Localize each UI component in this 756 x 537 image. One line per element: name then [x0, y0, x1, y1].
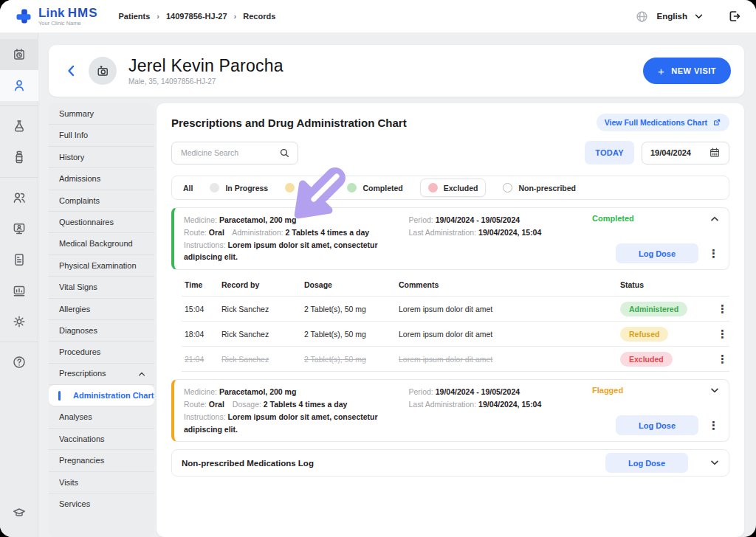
filter-completed[interactable]: Completed: [347, 183, 402, 193]
sidenav-item-medical-background[interactable]: Medical Background: [49, 233, 154, 254]
statistics-icon[interactable]: [0, 275, 38, 306]
sidenav-item-vaccinations[interactable]: Vaccinations: [49, 429, 154, 450]
sidenav-item-admissions[interactable]: Admissions: [49, 168, 154, 190]
non-prescribed-dot-icon: [503, 183, 512, 193]
sidenav-item-diagnoses[interactable]: Diagnoses: [49, 320, 154, 342]
log-dose-button[interactable]: Log Dose: [616, 243, 698, 263]
sidenav-item-prescriptions[interactable]: Prescriptions: [49, 364, 154, 385]
sidenav-item-questionnaires[interactable]: Questionnaires: [49, 212, 154, 233]
filter-in-progress-label: In Progress: [225, 184, 268, 193]
sidenav-item-summary[interactable]: Summary: [49, 103, 154, 125]
panel-title: Prescriptions and Drug Administration Ch…: [171, 117, 407, 129]
period-value: 19/04/2024 - 19/05/2024: [436, 387, 520, 396]
help-icon[interactable]: [0, 347, 38, 378]
sidenav-item-visits[interactable]: Visits: [49, 472, 154, 493]
sidenav-item-administration-chart[interactable]: Administration Chart: [49, 385, 154, 406]
filter-non-prescribed[interactable]: Non-prescribed: [503, 183, 576, 193]
chevron-down-icon[interactable]: [695, 14, 703, 19]
breadcrumb-patient-id[interactable]: 14097856-HJ-27: [166, 12, 227, 21]
staff-icon[interactable]: [0, 182, 38, 213]
settings-icon[interactable]: [0, 306, 38, 337]
log-dose-button[interactable]: Log Dose: [616, 415, 698, 435]
col-status: Status: [617, 273, 704, 297]
schedule-icon[interactable]: [0, 39, 38, 70]
medicine-label: Medicine:: [184, 215, 217, 224]
instructions-label: Instructions:: [184, 240, 226, 249]
medicine-value: Paracetamol, 200 mg: [219, 387, 296, 396]
record-sidenav: Summary Full Info History Admissions Com…: [49, 103, 154, 537]
filter-all[interactable]: All: [183, 184, 193, 193]
administration-value: 2 Tablets 4 times a day: [286, 228, 370, 237]
patient-avatar[interactable]: [89, 57, 117, 85]
patient-header-card: Jerel Kevin Parocha Male, 35, 14097856-H…: [49, 45, 744, 97]
flagged-dot-icon: [285, 183, 295, 193]
workstation-icon[interactable]: [0, 213, 38, 244]
chevron-down-icon: [710, 388, 719, 393]
status-badge: Flagged: [592, 386, 623, 395]
expand-section-button[interactable]: [710, 460, 719, 465]
cell-comments: Lorem ipsum dolor dit amet: [396, 322, 617, 347]
expand-card-button[interactable]: [710, 388, 719, 393]
education-icon[interactable]: [0, 497, 38, 528]
breadcrumb-patients[interactable]: Patients: [119, 12, 151, 21]
cell-dosage: 2 Tablet(s), 50 mg: [301, 297, 396, 322]
new-visit-button[interactable]: + NEW VISIT: [643, 58, 731, 84]
col-record-by: Record by: [219, 273, 301, 297]
search-icon: [279, 148, 290, 159]
sidenav-item-allergies[interactable]: Allergies: [49, 299, 154, 320]
pharmacy-icon[interactable]: [0, 142, 38, 173]
records-icon[interactable]: [0, 244, 38, 275]
sidenav-item-procedures[interactable]: Procedures: [49, 342, 154, 363]
logout-icon: [726, 9, 741, 24]
chevron-up-icon: [710, 216, 719, 221]
route-value: Oral: [209, 400, 224, 409]
table-row: 18:04 Rick Sanchez 2 Tablet(s), 50 mg Lo…: [182, 322, 729, 347]
sidenav-item-vital-signs[interactable]: Vital Signs: [49, 277, 154, 298]
view-full-medications-label: View Full Medications Chart: [605, 118, 707, 127]
logo-tagline: Your Clinic Name: [38, 21, 98, 27]
sidenav-item-analyses[interactable]: Analyses: [49, 406, 154, 428]
chevron-up-icon: [138, 372, 145, 376]
period-label: Period:: [409, 387, 433, 396]
logout-button[interactable]: [726, 9, 741, 24]
medicine-search-input[interactable]: [179, 148, 279, 158]
back-chevron-icon: [67, 65, 75, 77]
log-dose-button[interactable]: Log Dose: [605, 453, 688, 473]
breadcrumb-records[interactable]: Records: [243, 12, 275, 21]
collapse-card-button[interactable]: [710, 216, 719, 221]
row-kebab-menu-icon[interactable]: ⋮: [717, 302, 728, 315]
filter-in-progress[interactable]: In Progress: [210, 183, 268, 193]
app-logo[interactable]: Link HMS Your Clinic Name: [15, 7, 98, 27]
rail-divider: [0, 105, 38, 106]
today-button[interactable]: TODAY: [585, 141, 634, 164]
dosage-value: 2 Tablets 4 times a day: [264, 400, 348, 409]
patients-icon[interactable]: [0, 70, 38, 101]
view-full-medications-link[interactable]: View Full Medications Chart: [597, 114, 729, 131]
lab-icon[interactable]: [0, 111, 38, 142]
kebab-menu-icon[interactable]: ⋮: [708, 248, 719, 259]
filter-excluded-label: Excluded: [444, 184, 478, 193]
non-prescribed-title: Non-prescribed Medications Log: [182, 459, 605, 468]
table-row-excluded: 21:04 Rick Sanchez 2 Tablet(s), 50 mg Lo…: [182, 347, 729, 372]
filter-excluded[interactable]: Excluded: [420, 179, 487, 197]
row-kebab-menu-icon[interactable]: ⋮: [717, 353, 728, 365]
last-administration-value: 19/04/2024, 15:04: [478, 228, 541, 237]
sidenav-item-pregnancies[interactable]: Pregnancies: [49, 450, 154, 471]
sidenav-item-history[interactable]: History: [49, 147, 154, 168]
icon-rail: [0, 33, 38, 537]
sidenav-item-physical-examination[interactable]: Physical Examination: [49, 255, 154, 277]
sidenav-item-full-info[interactable]: Full Info: [49, 125, 154, 146]
row-kebab-menu-icon[interactable]: ⋮: [717, 328, 728, 340]
date-picker[interactable]: 19/04/2024: [642, 142, 729, 164]
cell-time: 18:04: [182, 322, 219, 347]
breadcrumb-separator: ›: [234, 12, 237, 21]
status-badge: Completed: [592, 214, 634, 223]
kebab-menu-icon[interactable]: ⋮: [708, 420, 719, 431]
language-selector-label[interactable]: English: [656, 12, 687, 21]
route-label: Route:: [184, 228, 207, 237]
filter-flagged[interactable]: Flagged: [285, 183, 330, 193]
back-button[interactable]: [62, 62, 80, 80]
sidenav-item-services[interactable]: Services: [49, 493, 154, 515]
sidenav-item-complaints[interactable]: Complaints: [49, 190, 154, 212]
app-window: Link HMS Your Clinic Name Patients › 140…: [0, 0, 756, 537]
